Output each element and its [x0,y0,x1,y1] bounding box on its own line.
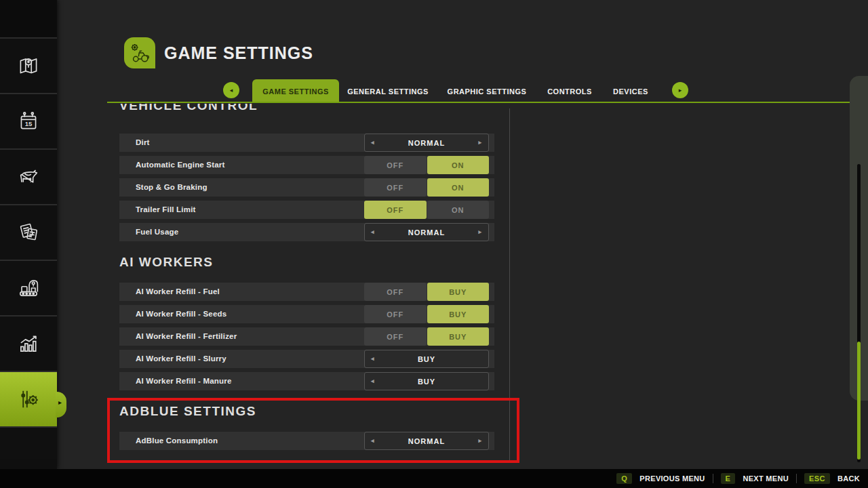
tractor-gear-icon [127,41,152,65]
hint-label: PREVIOUS MENU [639,474,705,483]
setting-row: Dirt◂NORMAL▸ [119,134,494,152]
sidebar-spacer-bottom [0,426,57,459]
selector-value: BUY [418,378,435,386]
section-title-clip: VEHICLE CONTROL [119,104,391,121]
hint-separator [713,474,713,483]
value-selector[interactable]: ◂BUY [364,350,489,368]
selector-next-icon[interactable]: ▸ [478,224,482,241]
game-settings-screen: 15 [0,0,868,488]
keycap-esc: ESC [804,473,830,484]
setting-label: AdBlue Consumption [136,432,218,450]
setting-row: AI Worker Refill - SeedsOFFBUY [119,305,494,323]
tab-game-settings[interactable]: GAME SETTINGS [252,79,339,103]
game-settings-app-icon [124,37,155,68]
tab-devices[interactable]: DEVICES [605,79,656,103]
toggle-group: OFFON [364,156,489,174]
setting-row: Automatic Engine StartOFFON [119,156,494,174]
toggle-group: OFFBUY [364,327,489,346]
sidebar-item-calendar[interactable]: 15 [0,93,57,148]
value-selector[interactable]: ◂BUY [364,372,489,390]
sidebar-item-map[interactable] [0,37,57,93]
selector-prev-icon[interactable]: ◂ [371,350,375,367]
section-title-ai-workers: AI WORKERS [119,255,214,270]
page-scrollbar [850,76,868,401]
vehicle-control-rows: Dirt◂NORMAL▸Automatic Engine StartOFFONS… [119,134,494,241]
value-selector[interactable]: ◂NORMAL▸ [364,223,489,241]
adblue-settings-rows: AdBlue Consumption◂NORMAL▸ [119,432,494,450]
sidebar-item-statistics[interactable] [0,315,57,371]
setting-label: AI Worker Refill - Seeds [136,305,226,323]
toggle-option-off[interactable]: OFF [364,305,427,323]
toggle-group: OFFBUY [364,305,489,323]
toggle-option-on[interactable]: ON [427,178,490,197]
setting-label: Trailer Fill Limit [136,201,196,219]
production-icon [15,274,42,302]
setting-label: AI Worker Refill - Slurry [136,350,226,368]
cow-icon [15,163,42,190]
content-scrollbar-track[interactable] [509,108,510,461]
selector-value: NORMAL [408,228,445,237]
sidebar-item-contracts[interactable] [0,204,57,260]
tab-graphic-settings[interactable]: GRAPHIC SETTINGS [443,79,530,103]
toggle-group: OFFON [364,178,489,197]
selector-prev-icon[interactable]: ◂ [371,373,375,390]
statistics-icon [15,330,42,357]
setting-row: AI Worker Refill - FuelOFFBUY [119,283,494,301]
setting-row: AI Worker Refill - FertilizerOFFBUY [119,327,494,346]
setting-row: AdBlue Consumption◂NORMAL▸ [119,432,494,450]
section-title-vehicle-control: VEHICLE CONTROL [119,104,391,113]
page-scrollbar-thumb[interactable] [857,342,861,460]
tabs-next-button[interactable]: ▸ [672,82,688,98]
toggle-option-off[interactable]: OFF [364,327,427,346]
sidebar-item-animals[interactable] [0,148,57,204]
toggle-option-off[interactable]: OFF [364,156,427,174]
toggle-option-buy[interactable]: BUY [427,305,490,323]
tab-general-settings[interactable]: GENERAL SETTINGS [344,79,431,103]
selector-prev-icon[interactable]: ◂ [371,134,375,151]
section-title-adblue-settings: ADBLUE SETTINGS [119,404,256,419]
tab-underline [107,102,868,103]
keycap-q: Q [616,473,632,484]
toggle-option-off[interactable]: OFF [364,201,427,219]
sidebar-item-production[interactable] [0,260,57,315]
toggle-option-off[interactable]: OFF [364,283,427,301]
calendar-icon: 15 [16,108,41,134]
setting-label: AI Worker Refill - Fertilizer [136,327,237,346]
toggle-option-buy[interactable]: BUY [427,327,490,346]
setting-label: Fuel Usage [136,223,178,241]
hint-label: BACK [837,474,860,483]
contracts-icon [15,219,42,246]
selector-next-icon[interactable]: ▸ [478,134,482,151]
sidebar-item-settings[interactable] [0,371,57,426]
setting-row: AI Worker Refill - Slurry◂BUY [119,350,494,368]
prev-arrow-icon: ◂ [230,87,233,94]
value-selector[interactable]: ◂NORMAL▸ [364,432,489,450]
toggle-option-off[interactable]: OFF [364,178,427,197]
sidebar-spacer [0,0,57,37]
toggle-option-buy[interactable]: BUY [427,283,490,301]
setting-row: Trailer Fill LimitOFFON [119,201,494,219]
toggle-option-on[interactable]: ON [427,201,490,219]
selector-value: BUY [418,355,435,363]
ai-workers-rows: AI Worker Refill - FuelOFFBUYAI Worker R… [119,283,494,390]
selector-prev-icon[interactable]: ◂ [371,432,375,449]
toggle-option-on[interactable]: ON [427,156,490,174]
selector-next-icon[interactable]: ▸ [478,432,482,449]
page-title: GAME SETTINGS [164,43,313,63]
setting-label: Automatic Engine Start [136,156,225,174]
setting-label: AI Worker Refill - Fuel [136,283,220,301]
selector-prev-icon[interactable]: ◂ [371,224,375,241]
value-selector[interactable]: ◂NORMAL▸ [364,134,489,152]
setting-label: Stop & Go Braking [136,178,208,197]
sidebar: 15 [0,0,57,469]
hint-label: NEXT MENU [743,474,788,483]
tab-controls[interactable]: CONTROLS [536,79,604,103]
calendar-day: 15 [25,120,33,127]
toggle-group: OFFBUY [364,283,489,301]
tabs-prev-button[interactable]: ◂ [223,82,239,98]
sidebar-active-arrow-icon: ▸ [58,399,62,406]
setting-row: Fuel Usage◂NORMAL▸ [119,223,494,241]
map-icon [16,53,41,79]
setting-row: AI Worker Refill - Manure◂BUY [119,372,494,390]
selector-value: NORMAL [408,437,445,445]
